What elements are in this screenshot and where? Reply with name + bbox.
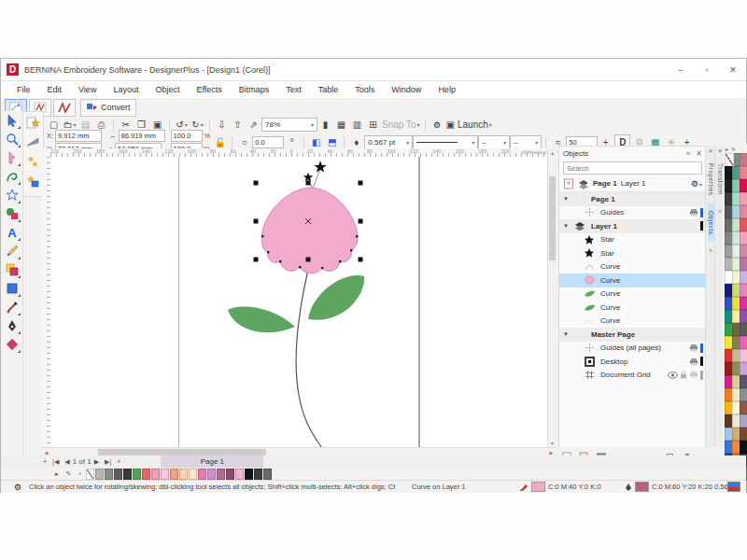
add-docker-icon[interactable]: +: [709, 242, 712, 259]
object-row-curve[interactable]: Curve: [559, 260, 706, 274]
page-thumbnail-icon[interactable]: [563, 178, 574, 189]
layer-color-bar[interactable]: [700, 208, 703, 217]
star-stem-2[interactable]: [313, 169, 320, 188]
printer-gray-icon[interactable]: [689, 371, 698, 379]
page-tab[interactable]: Page 1: [161, 455, 263, 468]
palette-swatch[interactable]: [740, 205, 747, 218]
printer-icon[interactable]: [689, 357, 698, 366]
object-row-curve[interactable]: Curve: [559, 273, 706, 287]
lock-icon[interactable]: [680, 371, 687, 379]
palette-swatch[interactable]: [740, 375, 747, 388]
object-row-curve[interactable]: Curve: [559, 315, 706, 329]
layer-color-bar[interactable]: [700, 371, 703, 380]
view-grid-button[interactable]: ▥: [350, 119, 364, 132]
view-rulers-button[interactable]: ▦: [334, 119, 348, 132]
palette-swatch[interactable]: [740, 179, 747, 192]
menu-item-bitmaps[interactable]: Bitmaps: [231, 85, 278, 94]
full-screen-preview-button[interactable]: ▮: [318, 119, 332, 132]
palette-eyedropper-icon[interactable]: ✎: [731, 146, 736, 152]
palette-swatch[interactable]: [740, 192, 747, 205]
insert-design-button[interactable]: [23, 112, 41, 132]
pick-tool[interactable]: [3, 111, 21, 130]
first-page-button[interactable]: |◀: [49, 458, 62, 466]
palette-swatch[interactable]: [740, 284, 747, 297]
fill-color-chip[interactable]: [531, 482, 545, 492]
document-palette-swatch[interactable]: [179, 469, 188, 480]
knife-button[interactable]: [23, 132, 41, 151]
zoom-level-combo[interactable]: 78%▾: [261, 118, 317, 132]
publish-button[interactable]: ⇗: [247, 119, 261, 132]
horizontal-scroll-thumb[interactable]: [98, 449, 266, 455]
palette-flyout-arrow[interactable]: ▸: [726, 146, 728, 152]
fill-tool[interactable]: [3, 335, 21, 354]
palette-swatch[interactable]: [740, 401, 747, 414]
docker-tab-properties[interactable]: Properties: [708, 156, 714, 203]
line-style-combo[interactable]: ▾: [413, 135, 478, 149]
layer-group-row-layer-1[interactable]: ▼Layer 1: [559, 219, 706, 233]
last-page-button[interactable]: ▶|: [102, 458, 114, 466]
smart-fill-tool[interactable]: [3, 260, 21, 279]
document-palette-swatch[interactable]: [217, 469, 225, 480]
palette-swatch[interactable]: [740, 166, 747, 179]
palette-swatch[interactable]: [740, 153, 747, 166]
convert-button[interactable]: Convert: [80, 99, 136, 117]
document-palette-swatch[interactable]: [198, 469, 206, 480]
menu-item-help[interactable]: Help: [430, 85, 464, 94]
add-page-before-button[interactable]: +: [40, 458, 49, 465]
lock-ratio-button[interactable]: 🔓: [213, 135, 227, 148]
document-palette-swatch[interactable]: [189, 469, 197, 480]
document-palette-swatch[interactable]: [151, 469, 160, 480]
options-gear-button[interactable]: ⚙: [430, 119, 444, 132]
close-button[interactable]: ✕: [720, 59, 746, 80]
object-row-document-grid[interactable]: Document Grid: [559, 369, 706, 383]
palette-swatch[interactable]: [740, 271, 747, 284]
menu-item-view[interactable]: View: [70, 85, 105, 94]
palette-swatch[interactable]: [740, 414, 747, 427]
rotation-angle-field[interactable]: [252, 136, 284, 148]
document-palette-swatch[interactable]: [254, 469, 262, 480]
palette-swatch[interactable]: [740, 245, 747, 258]
document-palette-swatch[interactable]: [105, 469, 113, 480]
mirror-vertical-button[interactable]: ⬒: [325, 135, 339, 148]
pencil-tool[interactable]: [3, 242, 21, 260]
document-palette-swatch[interactable]: [207, 469, 216, 480]
docpalette-eyedropper-icon[interactable]: ✎: [63, 470, 75, 478]
add-page-after-button[interactable]: +: [114, 458, 123, 465]
object-row-guides[interactable]: Guides: [559, 206, 706, 220]
star-shape-1[interactable]: [303, 173, 314, 182]
minimize-button[interactable]: –: [668, 59, 694, 80]
menu-item-text[interactable]: Text: [277, 85, 310, 94]
star-tool[interactable]: [3, 186, 21, 204]
layer-group-row-master-page[interactable]: ▼Master Page: [559, 328, 706, 342]
document-palette-swatch[interactable]: [95, 469, 104, 480]
palette-swatch[interactable]: [740, 323, 747, 336]
object-row-star[interactable]: Star: [559, 233, 706, 247]
docpalette-scroll-left[interactable]: ‹: [76, 470, 83, 477]
outline-color-chip[interactable]: [635, 482, 649, 492]
layer-color-bar[interactable]: [700, 343, 703, 353]
object-x-field[interactable]: [55, 130, 102, 142]
scroll-down-arrow[interactable]: ▼: [548, 439, 557, 447]
eyedropper-tool[interactable]: [3, 298, 21, 316]
palette-swatch[interactable]: [740, 388, 747, 401]
scale-x-field[interactable]: [171, 130, 203, 142]
object-row-curve[interactable]: Curve: [559, 301, 706, 315]
object-row-star[interactable]: Star: [559, 246, 706, 260]
maximize-button[interactable]: ▫: [694, 59, 720, 80]
menu-item-edit[interactable]: Edit: [39, 85, 71, 94]
document-palette-swatch[interactable]: [263, 469, 272, 480]
export-button[interactable]: ⇧: [231, 119, 245, 132]
vertical-scroll-thumb[interactable]: [549, 176, 556, 260]
drawing-viewport[interactable]: [50, 157, 547, 447]
scroll-up-arrow[interactable]: ▲: [548, 148, 557, 157]
menu-item-file[interactable]: File: [8, 85, 39, 94]
palette-swatch[interactable]: [740, 231, 747, 245]
objects-search-input[interactable]: [564, 164, 701, 173]
docker-tab-transform[interactable]: Transform: [717, 156, 724, 203]
document-palette-swatch[interactable]: [142, 469, 150, 480]
outline-pen-tool[interactable]: [3, 316, 21, 335]
shape-tool[interactable]: [3, 148, 21, 167]
palette-swatch[interactable]: [740, 258, 747, 271]
document-palette-swatch[interactable]: [161, 469, 169, 480]
docker-options-gear-icon[interactable]: ⚙▾: [691, 179, 702, 189]
